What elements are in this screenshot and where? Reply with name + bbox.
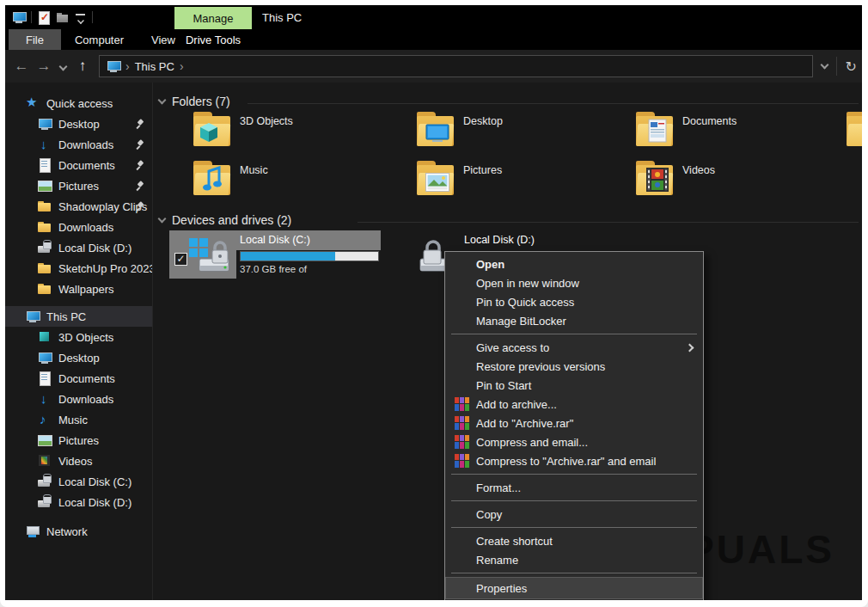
checkbox[interactable]: ✓ xyxy=(174,253,187,266)
film-icon xyxy=(38,454,52,468)
menu-item-create-shortcut[interactable]: Create shortcut xyxy=(445,531,703,550)
section-header-folders[interactable]: Folders (7) xyxy=(159,95,230,108)
winrar-icon xyxy=(455,416,468,430)
picture-icon xyxy=(38,179,52,193)
sidebar-item-documents[interactable]: Documents xyxy=(5,155,152,175)
document-icon xyxy=(38,158,52,172)
folder-tile-videos[interactable]: Videos xyxy=(636,159,835,204)
window-title: This PC xyxy=(262,5,302,29)
pin-icon xyxy=(135,201,145,212)
network-icon xyxy=(26,524,40,538)
address-bar-row: ← → ↑ › This PC › ↻ xyxy=(5,50,862,83)
up-button[interactable]: ↑ xyxy=(71,58,94,75)
folder-tile-documents[interactable]: Documents xyxy=(636,110,835,155)
folder-icon xyxy=(847,110,862,148)
music-note-icon xyxy=(38,413,52,426)
menu-item-add-to-archive[interactable]: Add to archive... xyxy=(445,395,703,414)
winrar-icon xyxy=(455,454,468,468)
menu-item-pin-quick-access[interactable]: Pin to Quick access xyxy=(445,292,703,311)
menu-item-add-to-archive-rar[interactable]: Add to "Archive.rar" xyxy=(445,414,703,432)
submenu-arrow-icon xyxy=(686,343,694,352)
menu-item-restore-versions[interactable]: Restore previous versions xyxy=(445,357,703,376)
sidebar-item-sketchup[interactable]: SketchUp Pro 2023 v2 xyxy=(5,258,152,279)
sidebar-item-this-pc[interactable]: This PC xyxy=(5,306,152,327)
folder-tile-music[interactable]: Music xyxy=(193,159,393,204)
folder-pictures-icon xyxy=(417,159,456,197)
address-dropdown-chevron[interactable] xyxy=(820,61,828,70)
menu-item-compress-email[interactable]: Compress and email... xyxy=(445,432,703,451)
menu-item-format[interactable]: Format... xyxy=(445,478,703,497)
tab-drive-tools[interactable]: Drive Tools xyxy=(174,29,252,50)
breadcrumb[interactable]: This PC xyxy=(135,60,174,73)
tab-file[interactable]: File xyxy=(9,29,61,50)
folder-tile-3d-objects[interactable]: 3D Objects xyxy=(193,110,393,155)
this-pc-icon xyxy=(107,59,120,73)
sidebar-item-quick-access[interactable]: Quick access xyxy=(5,93,152,113)
sidebar-item-videos[interactable]: Videos xyxy=(5,451,152,471)
folder-icon[interactable] xyxy=(56,10,70,24)
winrar-icon xyxy=(455,397,468,411)
menu-item-give-access[interactable]: Give access to xyxy=(445,338,703,357)
menu-item-open-new-window[interactable]: Open in new window xyxy=(445,273,703,292)
sidebar-item-documents-pc[interactable]: Documents xyxy=(5,368,152,389)
sidebar-item-local-disk-d[interactable]: Local Disk (D:) xyxy=(5,237,152,258)
collapse-chevron-icon[interactable] xyxy=(158,95,167,104)
drive-tile-c[interactable]: ✓ Local Disk (C:) 37.0 GB free of xyxy=(169,230,381,279)
sidebar-item-pictures[interactable]: Pictures xyxy=(5,175,152,196)
menu-item-manage-bitlocker[interactable]: Manage BitLocker xyxy=(445,311,703,330)
sidebar-item-downloads-folder[interactable]: Downloads xyxy=(5,217,152,237)
download-arrow-icon xyxy=(38,392,52,406)
files-pane: Folders (7) 3D Objects Desktop D xyxy=(153,83,862,600)
menu-item-pin-to-start[interactable]: Pin to Start xyxy=(445,376,703,395)
section-header-devices[interactable]: Devices and drives (2) xyxy=(159,213,291,227)
menu-item-open[interactable]: Open xyxy=(445,254,703,273)
document-icon xyxy=(38,371,52,385)
download-arrow-icon xyxy=(38,138,52,151)
menu-item-compress-archive-email[interactable]: Compress to "Archive.rar" and email xyxy=(445,451,703,470)
menu-separator xyxy=(451,334,697,334)
back-button[interactable]: ← xyxy=(10,58,33,75)
tab-computer[interactable]: Computer xyxy=(61,29,138,50)
sidebar-item-downloads-pc[interactable]: Downloads xyxy=(5,389,152,409)
sidebar-item-local-disk-c[interactable]: Local Disk (C:) xyxy=(5,471,152,492)
customize-toolbar-icon[interactable] xyxy=(75,10,87,24)
forward-button[interactable]: → xyxy=(33,58,55,75)
sidebar-item-network[interactable]: Network xyxy=(5,521,152,542)
address-input[interactable]: › This PC › xyxy=(99,55,813,77)
sidebar-item-downloads[interactable]: Downloads xyxy=(5,134,152,155)
sidebar-item-shadowplay-clips[interactable]: Shadowplay Clips xyxy=(5,196,152,217)
menu-item-properties[interactable]: Properties xyxy=(445,577,703,599)
breadcrumb-separator: › xyxy=(180,59,184,73)
folder-tile-clipped[interactable] xyxy=(847,110,862,155)
monitor-icon xyxy=(38,117,52,131)
menu-separator xyxy=(451,500,697,501)
section-rule xyxy=(248,103,859,104)
folder-documents-icon xyxy=(636,110,675,148)
address-bar-controls: ↻ xyxy=(822,57,857,76)
cube-icon xyxy=(38,330,52,344)
divider xyxy=(836,57,837,76)
folder-tile-pictures[interactable]: Pictures xyxy=(417,159,616,204)
sidebar-item-desktop-pc[interactable]: Desktop xyxy=(5,347,152,368)
drive-usage-bar xyxy=(240,251,379,261)
explorer-window: Manage This PC File Computer View Drive … xyxy=(5,5,862,600)
refresh-icon[interactable]: ↻ xyxy=(846,58,857,75)
sidebar-item-local-disk-d2[interactable]: Local Disk (D:) xyxy=(5,492,152,512)
content-area: Quick access Desktop Downloads Documents… xyxy=(5,83,862,600)
drive-lock-icon xyxy=(38,475,52,488)
recent-locations-chevron[interactable] xyxy=(59,62,68,71)
menu-item-rename[interactable]: Rename xyxy=(445,550,703,569)
sidebar-item-desktop[interactable]: Desktop xyxy=(5,113,152,134)
sidebar-item-wallpapers[interactable]: Wallpapers xyxy=(5,279,152,299)
menu-item-copy[interactable]: Copy xyxy=(445,505,703,524)
collapse-chevron-icon[interactable] xyxy=(158,214,167,223)
sidebar-item-pictures-pc[interactable]: Pictures xyxy=(5,430,152,451)
screenshot-frame: Manage This PC File Computer View Drive … xyxy=(0,0,868,607)
sidebar-item-3d-objects[interactable]: 3D Objects xyxy=(5,327,152,347)
sidebar-item-music[interactable]: Music xyxy=(5,409,152,430)
drive-caption: 37.0 GB free of xyxy=(240,264,307,274)
drive-label: Local Disk (D:) xyxy=(464,234,535,246)
folder-tile-desktop[interactable]: Desktop xyxy=(417,110,616,155)
properties-check-icon[interactable] xyxy=(37,10,51,24)
divider xyxy=(31,11,32,23)
